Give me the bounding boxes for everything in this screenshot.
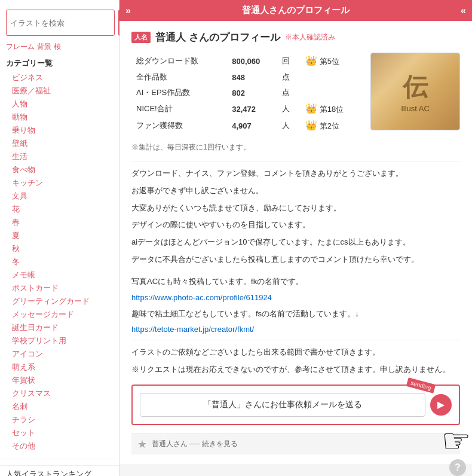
sidebar-category-item[interactable]: アイコン [0, 347, 119, 361]
profile-image-box: 伝 Illust AC [370, 53, 460, 130]
stat-unit: 回 [277, 53, 301, 69]
arrow-right-icon: ▶ [437, 399, 445, 410]
sidebar-category-item[interactable]: 秋 [0, 242, 119, 255]
rank-text: 第5位 [317, 57, 339, 66]
profile-message-item: ダウンロード、ナイス、ファン登録、コメントを頂きありがとうございます。 [131, 167, 460, 180]
stat-value: 802 [227, 85, 277, 100]
bottom-user-text: 普通人さん ── 続きを見る [152, 439, 238, 449]
stats-note: ※集計は、毎日深夜に1回行います。 [131, 142, 460, 152]
sidebar-category-item[interactable]: ビジネス [0, 71, 119, 84]
stat-unit: 点 [277, 85, 301, 100]
photo-note: 写真ACにも時々投稿しています。fkの名前です。 [131, 276, 460, 288]
profile-header-bar: » 普通人さんのプロフィール « [119, 0, 472, 21]
main-link-list: 人気イラストランキング新着イラストイラストレーター一覧人気イラストレーターお仕事… [0, 465, 119, 476]
sidebar-category-item[interactable]: 人物 [0, 97, 119, 111]
sidebar-category-item[interactable]: ポストカード [0, 282, 119, 295]
stat-label: ファン獲得数 [131, 117, 227, 134]
stat-row: 総ダウンロード数800,060回👑 第5位 [131, 53, 364, 69]
search-form: 検索 [0, 5, 119, 41]
stat-unit: 人 [277, 117, 301, 134]
header-left-arrows: » [125, 5, 131, 16]
rank-text: 第2位 [317, 121, 339, 130]
stat-row: AI・EPS作品数802点 [131, 85, 364, 100]
sidebar-category-item[interactable]: 生活 [0, 150, 119, 163]
profile-title-icon: 人名 [131, 32, 151, 43]
profile-message-item: デザインの際に使いやすいものを目指しています。 [131, 219, 460, 231]
sidebar-category-item[interactable]: 動物 [0, 111, 119, 124]
tag-bg[interactable]: 背景 [37, 42, 51, 52]
main-content: » 普通人さんのプロフィール « 人名 普通人 さんのプロフィール ※本人確認済… [119, 0, 472, 476]
crown-icon: 👑 [305, 120, 317, 130]
help-button[interactable]: ? [449, 459, 466, 476]
stat-row: NICE!合計32,472人👑 第18位 [131, 100, 364, 117]
sidebar-category-item[interactable]: 医療／福祉 [0, 84, 119, 97]
sidebar-category-item[interactable]: キッチン [0, 176, 119, 190]
stat-unit: 人 [277, 100, 301, 117]
sending-badge: sending [406, 377, 436, 393]
sidebar-category-item[interactable]: メモ帳 [0, 268, 119, 282]
sidebar-category-item[interactable]: チラシ [0, 413, 119, 426]
sidebar-category-item[interactable]: 誕生日カード [0, 321, 119, 334]
stat-label: 全作品数 [131, 69, 227, 85]
sidebar-category-item[interactable]: 学校プリント用 [0, 334, 119, 347]
hobby-link[interactable]: https://tetote-market.jp/creator/fkmt/ [131, 325, 460, 334]
crown-icon: 👑 [305, 103, 317, 114]
email-button-section: sending 「普通人」さんにお仕事依頼メールを送る ▶ ☞ [131, 385, 460, 425]
sidebar-category-item[interactable]: 乗り物 [0, 124, 119, 137]
email-send-icon-button[interactable]: ▶ [430, 394, 452, 416]
crown-icon: 👑 [305, 56, 317, 66]
sidebar-category-item[interactable]: 冬 [0, 255, 119, 268]
stat-value: 800,060 [227, 53, 277, 69]
sidebar: 検索 フレーム 背景 桜 カテゴリー覧 ビジネス医療／福祉人物動物乗り物壁紙生活… [0, 0, 119, 476]
sidebar-category-item[interactable]: メッセージカード [0, 308, 119, 321]
sidebar-category-item[interactable]: 花 [0, 203, 119, 216]
email-button[interactable]: 「普通人」さんにお仕事依頼メールを送る [140, 393, 425, 417]
profile-message-item: お返事ができず申し訳ございません。 [131, 185, 460, 197]
stat-unit: 点 [277, 69, 301, 85]
stat-label: NICE!合計 [131, 100, 227, 117]
stat-value: 4,907 [227, 117, 277, 134]
sidebar-category-item[interactable]: 壁紙 [0, 137, 119, 150]
sidebar-category-item[interactable]: 名刺 [0, 400, 119, 413]
sidebar-category-item[interactable]: 萌え系 [0, 361, 119, 374]
tag-sakura[interactable]: 桜 [54, 42, 61, 52]
photo-link[interactable]: https://www.photo-ac.com/profile/611924 [131, 293, 460, 302]
stat-rank: 👑 第5位 [301, 53, 364, 69]
sidebar-category-item[interactable]: 年賀状 [0, 374, 119, 387]
sidebar-category-item[interactable]: セット [0, 426, 119, 440]
request-note: イラストのご依頼などございましたら出来る範囲で書かせて頂きます。 [131, 346, 460, 359]
rank-text: 第18位 [317, 105, 344, 114]
search-input[interactable] [6, 10, 115, 36]
profile-title-row: 人名 普通人 さんのプロフィール ※本人確認済み [131, 30, 460, 44]
sidebar-category-item[interactable]: その他 [0, 440, 119, 453]
sidebar-main-link[interactable]: 人気イラストランキング [0, 465, 119, 476]
category-list: ビジネス医療／福祉人物動物乗り物壁紙生活食べ物キッチン文具花春夏秋冬メモ帳ポスト… [0, 71, 119, 453]
sidebar-category-item[interactable]: 春 [0, 216, 119, 229]
stat-row: ファン獲得数4,907人👑 第2位 [131, 117, 364, 134]
profile-message-item: 大変ありがたくいつも読ませて頂き、励みにしております。 [131, 202, 460, 215]
stat-rank: 👑 第18位 [301, 100, 364, 117]
stat-value: 32,472 [227, 100, 277, 117]
stat-row: 全作品数848点 [131, 69, 364, 85]
tag-list: フレーム 背景 桜 [0, 41, 119, 56]
stats-table: 総ダウンロード数800,060回👑 第5位全作品数848点AI・EPS作品数80… [131, 53, 364, 134]
stat-value: 848 [227, 69, 277, 85]
stat-label: AI・EPS作品数 [131, 85, 227, 100]
profile-message-item: データに不具合がございましたら投稿し直しますのでコメント頂けたら幸いです。 [131, 254, 460, 266]
profile-title-text: 普通人 さんのプロフィール [155, 30, 280, 44]
sidebar-category-item[interactable]: クリスマス [0, 387, 119, 400]
header-right-arrows: « [461, 5, 466, 16]
sidebar-category-item[interactable]: グリーティングカード [0, 295, 119, 308]
profile-message-item: aiデータはほとんどバージョン10で保存しています。たまにcs以上もあります。 [131, 236, 460, 249]
scroll-brand: Illust AC [401, 104, 430, 113]
sidebar-category-item[interactable]: 食べ物 [0, 163, 119, 176]
tag-frame[interactable]: フレーム [6, 42, 35, 52]
profile-verified: ※本人確認済み [285, 32, 335, 42]
stat-label: 総ダウンロード数 [131, 53, 227, 69]
sidebar-category-item[interactable]: 夏 [0, 229, 119, 242]
stat-rank: 👑 第2位 [301, 117, 364, 134]
bottom-bar: ★ 普通人さん ── 続きを見る [131, 434, 460, 454]
header-title: 普通人さんのプロフィール [242, 5, 350, 16]
sidebar-category-item[interactable]: 文具 [0, 190, 119, 203]
hobby-note: 趣味で粘土細工などもしています。fsの名前で活動しています。↓ [131, 308, 460, 321]
